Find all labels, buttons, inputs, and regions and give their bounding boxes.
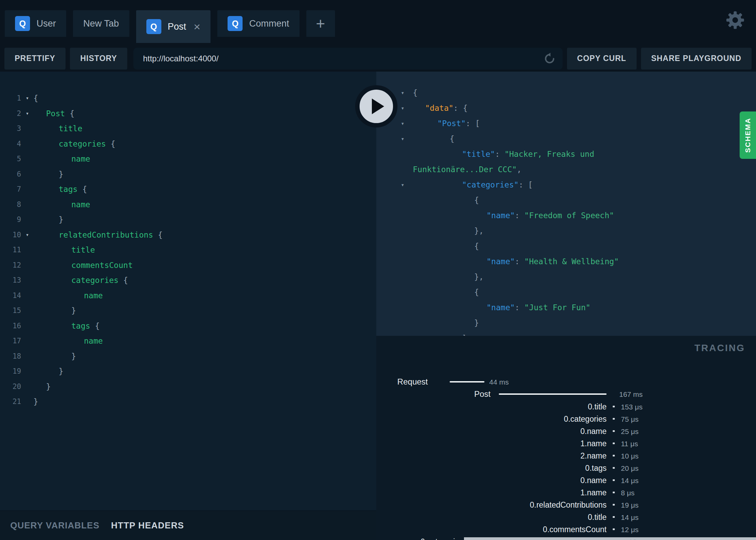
response-code: } [413, 315, 479, 331]
trace-span-label: 0.name [580, 475, 607, 485]
tab-comment[interactable]: QComment [217, 10, 299, 37]
line-number: 12 [0, 258, 21, 273]
editor-line: 2▾Post { [0, 106, 376, 121]
line-number: 19 [0, 364, 21, 379]
response-code: }, [413, 269, 484, 285]
http-headers-tab[interactable]: HTTP HEADERS [111, 520, 184, 531]
collapse-arrow-icon[interactable]: ▾ [401, 85, 404, 101]
editor-line: 18} [0, 349, 376, 364]
editor-line: 5name [0, 151, 376, 167]
endpoint-url-input[interactable] [133, 54, 562, 63]
trace-resolver-row: 0.categories75 μs [376, 414, 756, 424]
tab-post[interactable]: QPost× [136, 10, 211, 43]
line-number: 15 [0, 303, 21, 318]
editor-line: 6} [0, 167, 376, 182]
response-line: "name": "Just For Fun" [376, 300, 756, 315]
response-line: "name": "Freedom of Speech" [376, 208, 756, 223]
tab-bar: QUserNew TabQPost×QComment+ [0, 0, 756, 45]
line-number: 18 [0, 349, 21, 364]
endpoint-url-field [133, 48, 562, 70]
editor-code: { [33, 91, 38, 106]
line-number: 11 [0, 242, 21, 258]
trace-span-label: Request [397, 377, 428, 387]
trace-span-duration: 13 μs [629, 537, 646, 540]
fold-spacer [21, 303, 33, 318]
query-editor[interactable]: 1▾{2▾Post {3title4categories {5name6}7ta… [0, 72, 376, 510]
line-number: 20 [0, 379, 21, 394]
response-line: ▾"categories": [ [376, 177, 756, 193]
trace-span-duration: 25 μs [621, 427, 639, 436]
collapse-arrow-icon[interactable]: ▾ [401, 177, 404, 193]
trace-duration-bar [450, 381, 484, 382]
fold-arrow-icon[interactable]: ▾ [21, 227, 33, 243]
response-line: ▾{ [376, 131, 756, 147]
tabs-list: QUserNew TabQPost×QComment+ [5, 10, 342, 43]
history-button[interactable]: HISTORY [70, 48, 127, 70]
editor-code: } [33, 349, 76, 364]
line-number: 3 [0, 121, 21, 136]
editor-code: name [33, 151, 90, 167]
editor-line: 20} [0, 379, 376, 394]
editor-line: 13categories { [0, 273, 376, 288]
schema-side-tab[interactable]: SCHEMA [740, 111, 756, 159]
reload-schema-icon[interactable] [543, 52, 556, 65]
response-code: Funktionäre...Der CCC", [413, 162, 522, 177]
response-gutter [376, 223, 413, 239]
line-number: 7 [0, 182, 21, 197]
fold-arrow-icon[interactable]: ▾ [21, 91, 33, 106]
editor-line: 7tags { [0, 182, 376, 197]
trace-resolver-row: 1.name8 μs [376, 487, 756, 498]
fold-spacer [21, 364, 33, 379]
execute-query-button[interactable] [355, 85, 397, 127]
fold-spacer [21, 288, 33, 303]
line-number: 16 [0, 318, 21, 334]
fold-spacer [21, 379, 33, 394]
fold-spacer [21, 121, 33, 136]
graphql-playground-window: QUserNew TabQPost×QComment+ PRETTIFY HIS… [0, 0, 756, 540]
fold-spacer [21, 182, 33, 197]
trace-span-label: 0.title [588, 402, 607, 412]
editor-code: name [33, 288, 103, 303]
response-line: { [376, 239, 756, 254]
tab-new-tab[interactable]: New Tab [73, 10, 129, 37]
fold-spacer [21, 333, 33, 349]
editor-code: title [33, 242, 95, 258]
response-line: }, [376, 269, 756, 285]
trace-span-duration: 14 μs [621, 476, 639, 485]
trace-duration-dot [613, 504, 615, 506]
prettify-button[interactable]: PRETTIFY [4, 48, 66, 70]
response-gutter [376, 208, 413, 223]
query-variables-tab[interactable]: QUERY VARIABLES [10, 520, 100, 531]
editor-line: 17name [0, 333, 376, 349]
share-playground-button[interactable]: SHARE PLAYGROUND [641, 48, 752, 70]
settings-gear-icon[interactable] [725, 10, 746, 31]
tab-label: New Tab [83, 18, 119, 29]
copy-curl-button[interactable]: COPY CURL [567, 48, 637, 70]
trace-duration-dot [613, 406, 615, 407]
response-pane[interactable]: ▾{▾"data": {▾"Post": [▾{"title": "Hacker… [376, 72, 756, 336]
line-number: 17 [0, 333, 21, 349]
response-gutter [376, 300, 413, 315]
trace-span-label: Post [474, 389, 491, 399]
collapse-arrow-icon[interactable]: ▾ [401, 116, 404, 131]
editor-code: categories { [33, 273, 128, 288]
tab-close-icon[interactable]: × [194, 21, 201, 32]
tab-user[interactable]: QUser [5, 10, 66, 37]
response-line: ] [376, 331, 756, 336]
editor-code: } [33, 212, 63, 227]
add-tab-button[interactable]: + [306, 10, 335, 37]
line-number: 1 [0, 91, 21, 106]
editor-line: 14name [0, 288, 376, 303]
collapse-arrow-icon[interactable]: ▾ [401, 101, 404, 116]
trace-duration-dot [613, 455, 615, 456]
trace-duration-dot [613, 467, 615, 469]
collapse-arrow-icon[interactable]: ▾ [401, 131, 404, 147]
editor-code: tags { [33, 182, 87, 197]
line-number: 8 [0, 197, 21, 212]
editor-line: 11title [0, 242, 376, 258]
editor-line: 1▾{ [0, 91, 376, 106]
response-line: } [376, 315, 756, 331]
fold-arrow-icon[interactable]: ▾ [21, 106, 33, 121]
collapse-gutter: ▾ [376, 131, 413, 147]
editor-code: } [33, 364, 63, 379]
